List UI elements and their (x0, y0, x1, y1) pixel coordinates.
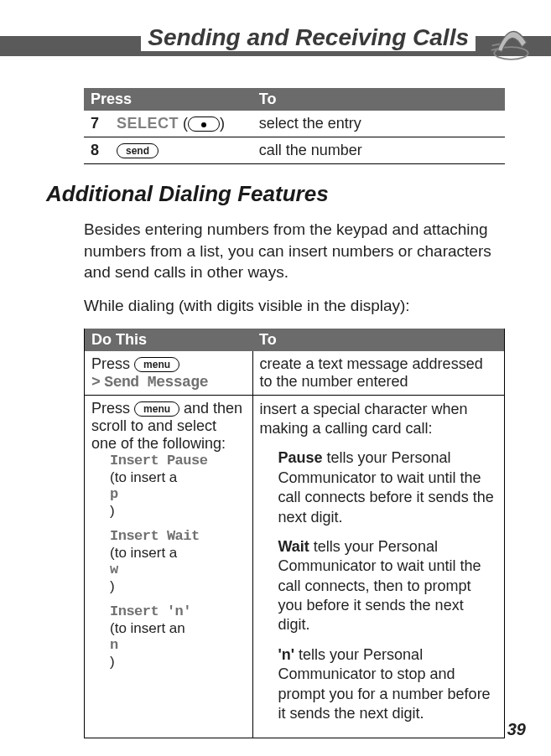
menu-path-send-message: Send Message (104, 374, 208, 391)
char-label: n (110, 637, 246, 653)
breadcrumb-gt: > (91, 374, 100, 391)
page-header: Sending and Receiving Calls (0, 13, 551, 63)
note-text: ) (110, 503, 115, 519)
press-label: Press (91, 400, 130, 417)
page-title: Sending and Receiving Calls (141, 24, 476, 51)
n-desc: 'n' tells your Personal Communicator to … (278, 645, 498, 724)
menu-option-insert-n: Insert 'n' (to insert an n) (110, 603, 246, 671)
table-row: 7 SELECT () select the entry (84, 111, 505, 137)
table-header-dothis: Do This (85, 329, 252, 351)
press-to-table: Press To 7 SELECT () select the entry 8 … (84, 88, 505, 164)
press-label: Press (91, 355, 130, 372)
table-row: 8 send call the number (84, 137, 505, 164)
note-text: (to insert a (110, 469, 177, 485)
menu-key-icon: menu (134, 401, 179, 417)
bold-term: Pause (278, 449, 323, 466)
step-number: 7 (91, 115, 112, 132)
char-label: p (110, 486, 246, 502)
result-cell: create a text message addressed to the n… (252, 351, 504, 396)
table-row: Press menu and then scroll to and select… (85, 395, 504, 738)
intro-paragraph: Besides entering numbers from the keypad… (84, 219, 505, 283)
table-row: Press menu > Send Message create a text … (85, 351, 504, 396)
desc-text: tells your Personal Communicator to stop… (278, 646, 491, 722)
page-content: Press To 7 SELECT () select the entry 8 … (0, 63, 551, 738)
table-header-to: To (252, 88, 505, 111)
note-text: (to insert a (110, 545, 177, 561)
bold-term: Wait (278, 538, 309, 555)
svg-line-1 (492, 44, 500, 46)
option-label: Insert Pause (110, 453, 246, 469)
option-label: Insert Wait (110, 528, 246, 544)
page-number: 39 (507, 720, 526, 739)
menu-key-icon: menu (134, 357, 179, 372)
dothis-to-table: Do This To Press menu > Send Message cre… (85, 329, 504, 738)
intro-paragraph-2: While dialing (with digits visible in th… (84, 295, 505, 317)
phone-handset-icon (488, 21, 534, 67)
table-header-to: To (252, 329, 504, 351)
note-text: ) (110, 654, 115, 670)
action-cell: call the number (252, 137, 505, 164)
action-cell: select the entry (252, 111, 505, 137)
wait-desc: Wait tells your Personal Communicator to… (278, 537, 498, 635)
menu-option-insert-wait: Insert Wait (to insert a w) (110, 528, 246, 595)
step-number: 8 (91, 142, 112, 159)
note-text: (to insert an (110, 620, 185, 636)
send-key-icon: send (117, 143, 159, 158)
desc-intro: insert a special character when making a… (260, 400, 498, 439)
option-label: Insert 'n' (110, 603, 246, 619)
table-header-press: Press (84, 88, 252, 111)
menu-option-insert-pause: Insert Pause (to insert a p) (110, 453, 246, 520)
select-softkey-label: SELECT (117, 115, 179, 132)
bold-term: 'n' (278, 646, 295, 663)
center-select-key-icon (188, 117, 220, 132)
note-text: ) (110, 578, 115, 594)
char-label: w (110, 562, 246, 577)
section-heading: Additional Dialing Features (46, 181, 505, 207)
pause-desc: Pause tells your Personal Communicator t… (278, 448, 498, 527)
